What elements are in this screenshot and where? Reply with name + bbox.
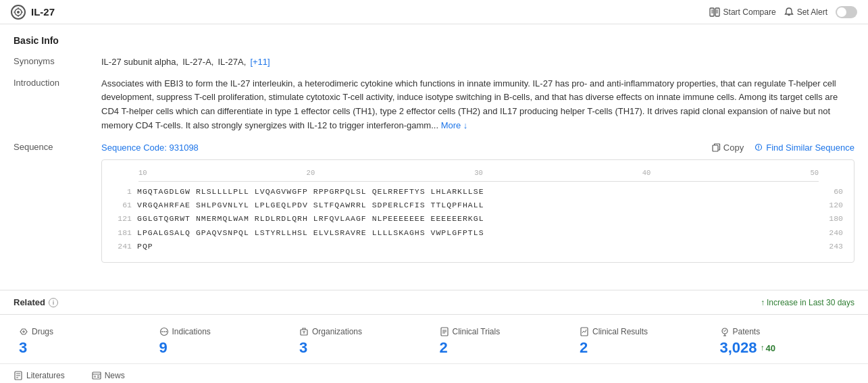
start-compare-label: Start Compare (723, 7, 776, 17)
clinical-trials-label: Clinical Trials (453, 327, 501, 336)
stats-literatures[interactable]: Literatures 2,017 (14, 371, 65, 383)
synonyms-label: Synonyms (14, 55, 101, 69)
svg-point-21 (165, 331, 167, 332)
stats-drugs[interactable]: Drugs 3 (14, 324, 154, 359)
seq-end-4: 240 (824, 227, 843, 238)
sequence-row: Sequence Sequence Code: 931098 Copy (14, 141, 854, 263)
indications-category: Indications (159, 327, 289, 336)
header: IL-27 Start Compare Set Alert (0, 0, 868, 24)
clinical-results-category: Clinical Results (580, 327, 709, 336)
seq-line-2: 61 VRGQAHRFAE SHLPGVNLYL LPLGEQLPDV SLTF… (113, 199, 843, 211)
clinical-trials-value: 2 (440, 339, 569, 357)
org-icon (299, 327, 309, 336)
sequence-value: Sequence Code: 931098 Copy (101, 141, 854, 263)
ruler-20: 20 (307, 168, 315, 179)
news-label: News (105, 371, 125, 380)
indications-label: Indications (172, 327, 211, 336)
patents-label: Patents (733, 327, 761, 336)
increase-label: ↑ Increase in Last 30 days (761, 298, 854, 307)
seq-line-3: 121 GGLGTQGRWT NMERMQLWAM RLDLRDLQRH LRF… (113, 213, 843, 224)
stats-news[interactable]: News 58 ↑ 1 (92, 371, 125, 383)
synonym-3: IL-27A, (218, 55, 246, 69)
find-similar-label: Find Similar Sequence (766, 141, 854, 155)
stats-grid: Drugs 3 Indications 9 (0, 315, 868, 364)
more-link[interactable]: More ↓ (441, 120, 468, 130)
svg-rect-7 (715, 8, 719, 16)
patents-increase: ↑ 40 (761, 343, 775, 353)
ruler-40: 40 (642, 168, 651, 179)
indications-value: 9 (159, 339, 289, 357)
header-left: IL-27 (11, 5, 55, 20)
seq-start-1: 1 (113, 186, 132, 197)
stats-patents[interactable]: Patents 3,028 ↑ 40 (715, 324, 855, 359)
seq-start-5: 241 (113, 240, 132, 252)
lit-icon (14, 371, 23, 380)
copy-label: Copy (723, 141, 744, 155)
organizations-label: Organizations (312, 327, 362, 336)
news-icon (92, 371, 101, 380)
patents-icon (720, 327, 730, 336)
synonyms-more[interactable]: [+11] (250, 55, 270, 69)
sequence-ruler: 10 20 30 40 50 (113, 168, 843, 179)
ruler-30: 30 (474, 168, 483, 179)
basic-info-title: Basic Info (14, 35, 854, 46)
set-alert-label: Set Alert (797, 7, 827, 17)
ruler-line-container (113, 181, 843, 182)
drug-icon (19, 327, 28, 336)
svg-point-19 (161, 331, 163, 332)
clinical-results-label: Clinical Results (592, 327, 648, 336)
patents-arrow-up: ↑ (761, 343, 765, 353)
related-header: Related i ↑ Increase in Last 30 days (0, 290, 868, 315)
synonyms-value: IL-27 subunit alpha, IL-27-A, IL-27A, [+… (101, 55, 854, 69)
introduction-text: Associates with EBI3 to form the IL-27 i… (101, 78, 838, 130)
svg-point-1 (17, 11, 20, 14)
stats-indications[interactable]: Indications 9 (154, 324, 295, 359)
related-title: Related i (14, 297, 58, 307)
seq-start-2: 61 (113, 199, 132, 211)
seq-line-1: 1 MGQTAGDLGW RLSLLLLPLL LVQAGVWGFP RPPGR… (113, 186, 843, 197)
main-content: Basic Info Synonyms IL-27 subunit alpha,… (0, 24, 868, 282)
copy-button[interactable]: Copy (712, 141, 744, 155)
patents-increase-num: 40 (766, 343, 775, 353)
clinical-results-value: 2 (580, 339, 709, 357)
sequence-box: 10 20 30 40 50 1 MGQTAGDLGW RLSLLLLPLL L… (101, 159, 854, 263)
stats-clinical-trials[interactable]: Clinical Trials 2 (434, 324, 575, 359)
stats-organizations[interactable]: Organizations 3 (294, 324, 434, 359)
molecule-icon (11, 5, 26, 20)
introduction-label: Introduction (14, 77, 101, 133)
introduction-row: Introduction Associates with EBI3 to for… (14, 77, 854, 133)
sequence-code[interactable]: Sequence Code: 931098 (101, 141, 199, 155)
stats-grid2: Literatures 2,017 News 58 ↑ 1 (0, 364, 868, 383)
synonym-2: IL-27-A, (182, 55, 213, 69)
sequence-label: Sequence (14, 141, 101, 263)
svg-rect-14 (713, 145, 718, 151)
sequence-actions: Copy Find Similar Sequence (712, 141, 854, 155)
organizations-category: Organizations (299, 327, 429, 336)
clinical-trials-category: Clinical Trials (440, 327, 569, 336)
drugs-category: Drugs (19, 327, 149, 336)
increase-text: Increase in Last 30 days (767, 298, 854, 307)
results-icon (580, 327, 589, 336)
start-compare-button[interactable]: Start Compare (709, 7, 776, 17)
seq-end-2: 120 (824, 199, 843, 211)
svg-rect-37 (93, 372, 101, 379)
trials-icon (440, 327, 449, 336)
patents-category: Patents (720, 327, 850, 336)
page-title: IL-27 (31, 6, 55, 18)
seq-data-3: GGLGTQGRWT NMERMQLWAM RLDLRDLQRH LRFQVLA… (137, 213, 819, 224)
seq-data-5: PQP (137, 240, 819, 252)
introduction-value: Associates with EBI3 to form the IL-27 i… (101, 77, 854, 133)
seq-start-4: 181 (113, 227, 132, 238)
seq-line-4: 181 LPGALGSALQ GPAQVSNPQL LSTYRLLHSL ELV… (113, 227, 843, 238)
stats-clinical-results[interactable]: Clinical Results 2 (574, 324, 715, 359)
drugs-value: 3 (19, 339, 149, 357)
set-alert-toggle[interactable] (836, 6, 857, 18)
related-info-icon[interactable]: i (49, 298, 58, 307)
seq-end-3: 180 (824, 213, 843, 224)
ruler-10: 10 (138, 168, 147, 179)
ruler-line (138, 181, 819, 182)
set-alert-button[interactable]: Set Alert (784, 7, 827, 17)
seq-data-2: VRGQAHRFAE SHLPGVNLYL LPLGEQLPDV SLTFQAW… (137, 199, 819, 211)
literatures-label: Literatures (26, 371, 65, 380)
find-similar-button[interactable]: Find Similar Sequence (755, 141, 854, 155)
